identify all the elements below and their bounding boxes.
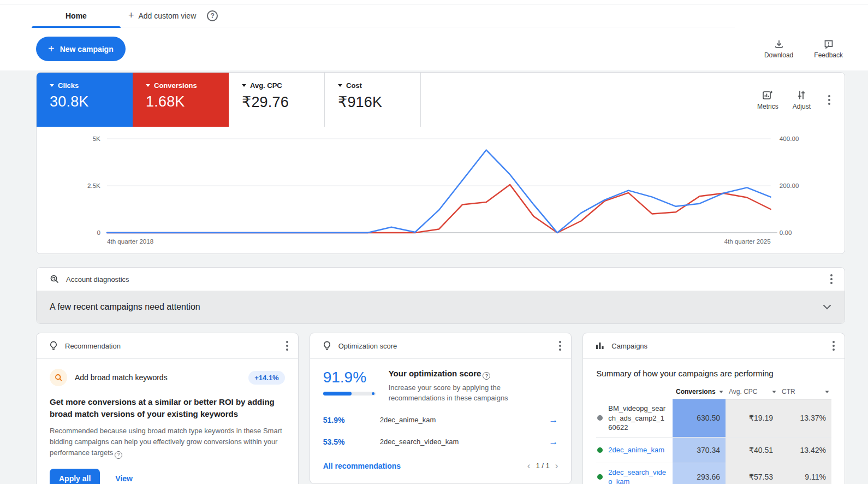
campaign-name: 2dec_anime_kam <box>380 416 436 424</box>
metric-chip-avg-cpc[interactable]: Avg. CPC ₹29.76 <box>229 73 325 127</box>
campaign-name: 2dec_search_video_kam <box>380 438 459 446</box>
avg-cpc-cell: ₹57.53 <box>726 463 778 484</box>
metric-chip-cost[interactable]: Cost ₹916K <box>325 73 421 127</box>
account-diagnostics-card: Account diagnostics A few recent campaig… <box>36 267 845 324</box>
status-dot <box>597 447 603 453</box>
campaigns-heading: Summary of how your campaigns are perfor… <box>596 369 831 378</box>
svg-text:400.00: 400.00 <box>780 135 799 142</box>
campaign-name[interactable]: 2dec_search_video_kam <box>608 468 668 484</box>
table-header: Conversions Avg. CPC CTR <box>596 388 831 399</box>
all-recommendations-link[interactable]: All recommendations <box>323 462 401 470</box>
metric-chips-row: Clicks 30.8K Conversions 1.68K Avg. CPC … <box>37 73 845 127</box>
chip-label: Cost <box>346 81 362 90</box>
chevron-down-icon[interactable] <box>823 304 831 310</box>
campaigns-table: Conversions Avg. CPC CTR BM_videopg_sear… <box>596 388 831 484</box>
score-percent: 51.9% <box>323 416 380 424</box>
diagnostics-search-icon <box>50 274 60 284</box>
column-header-ctr[interactable]: CTR <box>778 388 831 399</box>
table-row: 2dec_search_video_kam 293.66 ₹57.53 9.11… <box>596 463 831 484</box>
new-campaign-button[interactable]: + New campaign <box>36 37 126 61</box>
optimization-kebab-menu[interactable] <box>556 338 564 354</box>
optimization-score-card: Optimization score 91.9% Your optimizati… <box>310 333 572 484</box>
view-link[interactable]: View <box>115 474 133 483</box>
recommendation-item-label[interactable]: Add broad match keywords <box>75 373 168 382</box>
conversions-cell: 370.34 <box>673 438 726 463</box>
recommendation-title: Recommendation <box>65 342 121 350</box>
help-icon[interactable]: ? <box>115 451 122 459</box>
page-indicator: 1 / 1 <box>536 462 549 470</box>
uplift-badge: +14.1% <box>248 371 284 385</box>
prev-page-icon[interactable]: ‹ <box>527 461 531 471</box>
table-row: 2dec_anime_kam 370.34 ₹40.51 13.42% <box>596 438 831 463</box>
metrics-button[interactable]: Metrics <box>757 90 778 110</box>
recommendation-body: Recommended because using broad match ty… <box>50 426 285 459</box>
avg-cpc-cell: ₹19.19 <box>726 399 778 437</box>
optimization-score-value: 91.9% <box>323 369 376 386</box>
chart-kebab-menu[interactable] <box>825 92 834 108</box>
chevron-down-icon <box>242 84 246 87</box>
optimization-title: Optimization score <box>338 342 397 350</box>
svg-text:200.00: 200.00 <box>780 182 799 189</box>
campaigns-card: Campaigns Summary of how your campaigns … <box>582 333 845 484</box>
diagnostics-kebab-menu[interactable] <box>827 271 836 287</box>
score-block: 91.9% <box>323 369 376 404</box>
bar-chart-icon <box>595 341 605 351</box>
sort-caret-icon <box>720 391 723 393</box>
metrics-icon <box>762 90 773 101</box>
help-icon[interactable]: ? <box>207 10 218 21</box>
help-icon[interactable]: ? <box>483 372 490 380</box>
metric-chip-clicks[interactable]: Clicks 30.8K <box>37 73 133 127</box>
recommendation-kebab-menu[interactable] <box>283 338 292 354</box>
ctr-cell: 13.37% <box>778 399 831 437</box>
apply-all-button[interactable]: Apply all <box>50 469 100 484</box>
tab-home[interactable]: Home <box>32 4 121 27</box>
campaign-name[interactable]: 2dec_anime_kam <box>608 445 664 455</box>
next-page-icon[interactable]: › <box>555 461 558 471</box>
svg-text:5K: 5K <box>93 135 101 142</box>
sort-caret-icon <box>825 391 829 393</box>
chip-value: ₹29.76 <box>242 93 324 111</box>
recommendation-card: Recommendation Add broad match keywords … <box>36 333 299 484</box>
column-header-conversions[interactable]: Conversions <box>673 388 726 399</box>
diagnostics-banner-text: A few recent campaigns need attention <box>50 302 200 312</box>
chart-canvas: 02.5K5K0.00200.00400.004th quarter 20184… <box>58 134 834 250</box>
chip-label: Conversions <box>154 81 197 90</box>
download-label: Download <box>764 51 793 59</box>
adjust-label: Adjust <box>793 103 811 110</box>
chip-label: Clicks <box>58 81 79 90</box>
campaigns-kebab-menu[interactable] <box>829 338 838 354</box>
chevron-down-icon <box>338 84 342 87</box>
arrow-right-icon[interactable]: → <box>549 436 558 447</box>
svg-text:4th quarter 2018: 4th quarter 2018 <box>107 238 153 245</box>
chevron-down-icon <box>146 84 150 87</box>
feedback-button[interactable]: Feedback <box>814 39 843 59</box>
column-header-avg-cpc[interactable]: Avg. CPC <box>726 388 778 399</box>
performance-card: Clicks 30.8K Conversions 1.68K Avg. CPC … <box>36 72 845 254</box>
ctr-cell: 9.11% <box>778 463 831 484</box>
chip-label: Avg. CPC <box>250 81 282 90</box>
optimization-row: 53.5% 2dec_search_video_kam → <box>323 436 558 447</box>
tab-add-custom-view[interactable]: + Add custom view <box>128 10 196 21</box>
metrics-label: Metrics <box>757 103 778 110</box>
adjust-button[interactable]: Adjust <box>793 90 811 110</box>
lightbulb-icon <box>322 341 332 351</box>
metric-chip-conversions[interactable]: Conversions 1.68K <box>133 73 229 127</box>
optimization-heading: Your optimization score? <box>389 369 558 380</box>
actions-row: + New campaign Download Feedback <box>0 27 868 70</box>
optimization-row: 51.9% 2dec_anime_kam → <box>323 415 558 426</box>
chip-value: 30.8K <box>50 93 133 110</box>
avg-cpc-cell: ₹40.51 <box>726 438 778 463</box>
status-dot <box>597 415 603 421</box>
feedback-label: Feedback <box>814 51 843 59</box>
top-divider <box>0 0 868 4</box>
feedback-icon <box>824 39 834 49</box>
lightbulb-icon <box>49 341 58 351</box>
diagnostics-banner[interactable]: A few recent campaigns need attention <box>37 291 845 323</box>
arrow-right-icon[interactable]: → <box>549 415 558 426</box>
tab-strip: Home + Add custom view ? <box>0 4 868 27</box>
download-button[interactable]: Download <box>764 39 793 59</box>
status-dot <box>597 474 603 480</box>
plus-icon: + <box>128 10 134 21</box>
svg-text:0: 0 <box>97 229 100 236</box>
conversions-cell: 630.50 <box>673 399 726 437</box>
